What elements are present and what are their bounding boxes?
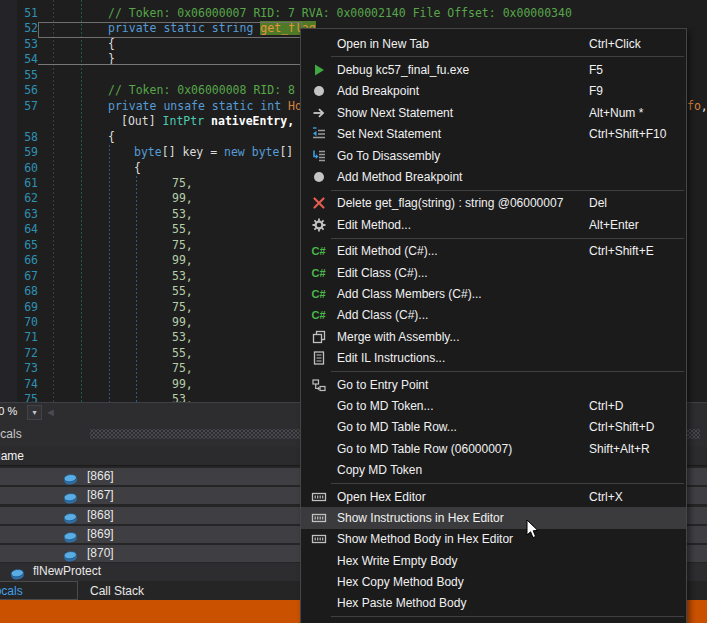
csharp-icon: C# (301, 286, 337, 302)
menu-item-shortcut: F9 (589, 84, 603, 98)
menu-item-shortcut: Del (589, 196, 607, 210)
menu-item-label: Go To Disassembly (337, 149, 440, 163)
line-number: 51 (0, 6, 38, 21)
menu-item-shortcut: Ctrl+Shift+D (589, 420, 654, 434)
svg-text:C#: C# (312, 309, 326, 321)
field-icon (62, 528, 77, 541)
menu-item[interactable]: Go to MD Table Row (06000007)Shift+Alt+R (301, 438, 686, 459)
line-number: 74 (0, 377, 38, 392)
menu-item[interactable]: Go To Disassembly (301, 145, 686, 166)
code-line[interactable]: 51// Token: 0x06000007 RID: 7 RVA: 0x000… (0, 6, 707, 21)
menu-item-label: Hex Write Empty Body (337, 554, 457, 568)
menu-item-label: Go to MD Token... (337, 399, 434, 413)
menu-item[interactable]: Go to Entry Point (301, 374, 686, 395)
menu-item-label: Hex Paste Method Body (337, 596, 466, 610)
menu-item-shortcut: F5 (589, 63, 603, 77)
code-token: 75, (172, 361, 193, 375)
menu-item-label: Go to Entry Point (337, 378, 428, 392)
merge-assembly-icon (301, 329, 337, 345)
menu-item[interactable]: Copy MD Token (301, 459, 686, 480)
code-token: 99, (172, 253, 193, 267)
menu-item[interactable]: Edit Method...Alt+Enter (301, 214, 686, 235)
menu-item[interactable]: C#Edit Class (C#)... (301, 262, 686, 283)
code-token: 55, (172, 284, 193, 298)
menu-item[interactable]: Debug kc57_final_fu.exeF5 (301, 59, 686, 80)
code-token: 99, (172, 377, 193, 391)
menu-item[interactable]: Go to MD Token...Ctrl+D (301, 395, 686, 416)
zoom-dropdown-button[interactable]: ▾ (27, 405, 42, 420)
menu-item-label: Hex Copy Method Body (337, 575, 464, 589)
code-token: 75, (172, 176, 193, 190)
locals-row-label: [868] (87, 508, 114, 522)
line-number: 56 (0, 83, 38, 98)
code-token: 99, (172, 315, 193, 329)
line-number: 54 (0, 52, 38, 67)
menu-item[interactable]: C#Edit Method (C#)...Ctrl+Shift+E (301, 241, 686, 262)
code-token: 53, (172, 207, 193, 221)
code-token: 53, (172, 330, 193, 344)
menu-item[interactable]: Hex Write Empty Body (301, 550, 686, 571)
line-number: 64 (0, 222, 38, 237)
menu-item-label: Edit Method (C#)... (337, 244, 438, 258)
code-token: 53, (172, 392, 193, 402)
menu-item-shortcut: Ctrl+X (589, 490, 623, 504)
tab-call-stack[interactable]: Call Stack (90, 584, 144, 598)
menu-separator (331, 483, 684, 484)
dnspy-window: 51// Token: 0x06000007 RID: 7 RVA: 0x000… (0, 0, 707, 623)
menu-item[interactable]: Show Next StatementAlt+Num * (301, 102, 686, 123)
menu-item-label: Set Next Statement (337, 127, 441, 141)
menu-item[interactable]: Go to MD Table Row...Ctrl+Shift+D (301, 417, 686, 438)
name-column-label: Name (0, 449, 24, 463)
locals-panel-title: Locals (0, 427, 22, 441)
menu-item[interactable]: Show Method Body in Hex Editor (301, 529, 686, 550)
menu-item[interactable]: Hex Paste Method Body (301, 593, 686, 614)
menu-item[interactable]: C#Add Class (C#)... (301, 305, 686, 326)
code-token: 55, (172, 346, 193, 360)
field-icon (62, 470, 77, 483)
field-icon (9, 565, 24, 578)
line-number: 59 (0, 145, 38, 160)
menu-item-label: Show Method Body in Hex Editor (337, 532, 513, 546)
line-number: 73 (0, 361, 38, 376)
debug-play-icon (301, 62, 337, 78)
menu-item[interactable]: Delete get_flag(string) : string @060000… (301, 193, 686, 214)
menu-item-label: Add Breakpoint (337, 84, 419, 98)
line-number: 58 (0, 130, 38, 145)
menu-item[interactable]: Open in New TabCtrl+Click (301, 33, 686, 54)
menu-item[interactable]: Hex Copy Method Body (301, 571, 686, 592)
line-number: 65 (0, 238, 38, 253)
menu-item[interactable]: Open Hex EditorCtrl+X (301, 486, 686, 507)
line-number: 60 (0, 161, 38, 176)
disassembly-icon (301, 148, 337, 164)
menu-item[interactable]: Add BreakpointF9 (301, 81, 686, 102)
menu-item[interactable]: Set Next StatementCtrl+Shift+F10 (301, 124, 686, 145)
current-line-border (38, 22, 302, 38)
menu-item[interactable]: C#Add Class Members (C#)... (301, 283, 686, 304)
menu-item-label: Open in New Tab (337, 37, 429, 51)
gear-icon (301, 217, 337, 233)
code-token: fo (687, 99, 701, 113)
tab-locals[interactable]: Locals (0, 581, 78, 600)
code-token: [] (279, 145, 293, 159)
csharp-icon: C# (301, 243, 337, 259)
hex-editor-icon (301, 510, 337, 526)
menu-item[interactable]: Merge with Assembly... (301, 326, 686, 347)
code-token: 55, (172, 222, 193, 236)
menu-item-label: Copy MD Token (337, 463, 422, 477)
menu-item-label: Edit Method... (337, 218, 411, 232)
menu-item-label: Go to MD Table Row (06000007) (337, 442, 512, 456)
hscroll-left-arrow-icon[interactable]: ◄ (45, 405, 56, 420)
locals-row-label: [867] (87, 488, 114, 502)
svg-text:C#: C# (312, 245, 326, 257)
line-number: 52 (0, 21, 38, 36)
menu-item[interactable]: Add Method Breakpoint (301, 166, 686, 187)
mouse-cursor (526, 519, 540, 544)
line-number: 75 (0, 392, 38, 402)
code-token: byte (134, 145, 162, 159)
code-token: IntPtr (163, 114, 205, 128)
menu-separator (331, 616, 684, 617)
menu-item-label: Show Next Statement (337, 106, 453, 120)
menu-item[interactable]: Edit IL Instructions... (301, 347, 686, 368)
locals-row-label: [866] (87, 469, 114, 483)
menu-item[interactable]: Show Instructions in Hex Editor (301, 507, 686, 528)
